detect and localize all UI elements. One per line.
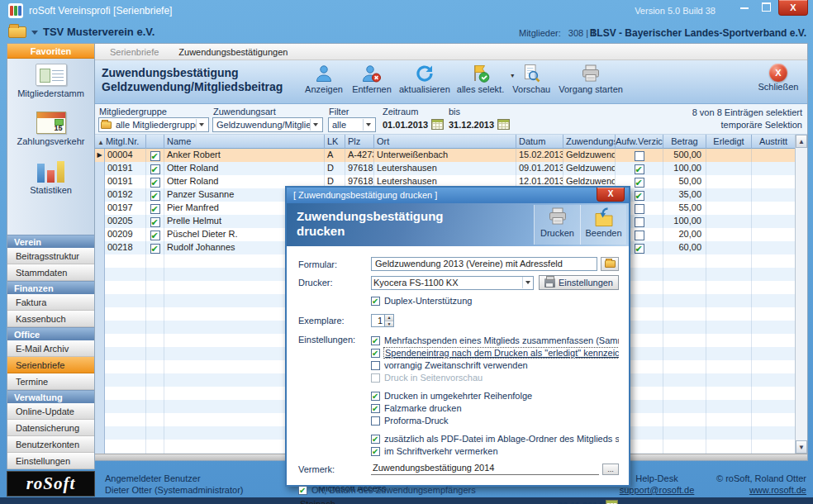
column-header-checkbox[interactable] xyxy=(146,135,164,149)
ort-datum-option[interactable]: Ort, Datum des Zuwendungsempfängers xyxy=(298,484,476,496)
column-header-plz[interactable]: Plz xyxy=(345,135,374,149)
schliessen-button[interactable]: X Schließen xyxy=(749,60,807,103)
sidebar-item-online-update[interactable]: Online-Update xyxy=(7,403,94,420)
dialog-titlebar[interactable]: [ Zuwendungsbestätigung drucken ] xyxy=(287,188,629,203)
aufw-verzicht-checkbox[interactable] xyxy=(635,244,644,254)
column-header-aufw-verzicht[interactable]: Aufw.Verzicht xyxy=(616,135,663,149)
toolbar-button-aktualisieren[interactable]: aktualisieren xyxy=(396,64,454,94)
ort-input[interactable]: Steinach xyxy=(298,499,540,504)
dialog-option-3[interactable]: Druck in Seitenvorschau xyxy=(371,372,619,383)
tab-serienbriefe[interactable]: Serienbriefe xyxy=(102,47,167,57)
cell-plz: 97618 xyxy=(345,162,374,175)
dialog-close-button[interactable]: X xyxy=(597,188,625,202)
beenden-button[interactable]: Beenden xyxy=(580,205,626,245)
mitgliedergruppe-select[interactable]: alle Mitgliedergruppen xyxy=(98,117,209,132)
dialog-option-4[interactable]: Drucken in umgekehrter Reihenfolge xyxy=(371,390,619,402)
tab-zuwendungsbest-tigungen[interactable]: Zuwendungsbestätigungen xyxy=(170,47,296,57)
aufw-verzicht-checkbox[interactable] xyxy=(635,151,644,161)
calendar-icon[interactable] xyxy=(606,500,618,504)
row-select-checkbox[interactable] xyxy=(150,204,160,214)
aufw-verzicht-checkbox[interactable] xyxy=(635,164,644,174)
dialog-option-1[interactable]: Spendeneintrag nach dem Drucken als "erl… xyxy=(371,347,619,359)
cell-betrag xyxy=(663,440,706,453)
close-window-button[interactable]: X xyxy=(778,0,808,16)
website-link[interactable]: www.rosoft.de xyxy=(716,484,806,496)
vermerk-label: Vermerk: xyxy=(298,464,371,474)
vermerk-input[interactable]: Zuwendungsbestätigung 2014 xyxy=(371,463,599,475)
org-folder-icon[interactable] xyxy=(8,26,26,38)
aufw-verzicht-checkbox[interactable] xyxy=(635,217,644,227)
toolbar-button-entfernen[interactable]: Entfernen xyxy=(348,64,396,94)
minimize-button[interactable] xyxy=(735,0,754,12)
sidebar-item-benutzerkonten[interactable]: Benutzerkonten xyxy=(7,436,94,453)
sidebar-fav-zahlungsverkehr[interactable]: 15Zahlungsverkehr xyxy=(7,107,94,155)
table-row[interactable]: 00191Otter RolandD97618Leutershausen09.0… xyxy=(95,162,795,175)
column-header-erledigt[interactable]: Erledigt xyxy=(706,135,752,149)
checkbox-icon xyxy=(371,336,380,345)
filter-select[interactable]: alle xyxy=(328,117,376,132)
sidebar-item-datensicherung[interactable]: Datensicherung xyxy=(7,420,94,436)
dialog-option-5[interactable]: Falzmarke drucken xyxy=(371,402,619,414)
column-header-mitgl-nr[interactable]: ▲Mitgl.Nr. xyxy=(95,135,146,149)
aufw-verzicht-checkbox[interactable] xyxy=(635,191,644,201)
duplex-option[interactable]: Duplex-Unterstützung xyxy=(371,295,472,307)
scroll-down-icon[interactable]: ▼ xyxy=(796,440,807,454)
scroll-up-icon[interactable]: ▲ xyxy=(796,135,807,148)
column-header-lk[interactable]: LK xyxy=(325,135,345,149)
sidebar-item-kassenbuch[interactable]: Kassenbuch xyxy=(7,311,94,327)
bis-field[interactable]: 31.12.2013 xyxy=(449,119,510,130)
column-header-name[interactable]: Name xyxy=(164,135,325,149)
aufw-verzicht-checkbox[interactable] xyxy=(635,204,644,214)
row-select-checkbox[interactable] xyxy=(150,191,160,201)
calendar-icon: 15 xyxy=(36,112,66,134)
sidebar-item-serienbriefe[interactable]: Serienbriefe xyxy=(7,357,94,373)
sidebar-item-faktura[interactable]: Faktura xyxy=(7,294,94,311)
drucker-select[interactable]: Kyocera FS-1100 KX xyxy=(371,276,534,290)
datum-field[interactable]: 30.11.2014 xyxy=(558,501,602,504)
toolbar-button-vorschau[interactable]: Vorschau xyxy=(507,64,555,94)
calendar-icon[interactable] xyxy=(497,119,510,130)
sidebar-item-beitragsstruktur[interactable]: Beitragsstruktur xyxy=(7,248,94,264)
sidebar-fav-statistiken[interactable]: Statistiken xyxy=(7,155,94,202)
toolbar-button-alles-selekt[interactable]: alles selekt.▾ xyxy=(454,64,507,94)
row-select-checkbox[interactable] xyxy=(150,164,160,174)
row-select-checkbox[interactable] xyxy=(150,244,160,254)
zeitraum-field[interactable]: 01.01.2013 xyxy=(383,119,444,130)
row-select-checkbox[interactable] xyxy=(150,178,160,188)
drucken-button[interactable]: Drucken xyxy=(534,205,580,245)
dialog-option-8[interactable]: im Schriftverkehr vermerken xyxy=(371,445,619,457)
toolbar-button-vorgang-starten[interactable]: Vorgang starten xyxy=(555,64,626,94)
exemplare-stepper[interactable]: 1 ▲▼ xyxy=(371,314,394,327)
column-header-austritt[interactable]: Austritt xyxy=(752,135,796,149)
table-row[interactable]: ▶00004Anker RobertAA-4273Unterweißenbach… xyxy=(95,149,795,162)
dialog-option-6[interactable]: Proforma-Druck xyxy=(371,415,619,426)
zuwendungsart-select[interactable]: Geldzuwendung/Mitgliedsbeitrag xyxy=(212,117,323,132)
drucker-einstellungen-button[interactable]: Einstellungen xyxy=(539,275,619,290)
sidebar-item-e-mail-archiv[interactable]: E-Mail Archiv xyxy=(7,340,94,357)
sidebar-item-termine[interactable]: Termine xyxy=(7,373,94,390)
vermerk-browse-button[interactable]: ... xyxy=(602,464,619,475)
dialog-option-7[interactable]: zusätzlich als PDF-Datei im Ablage-Ordne… xyxy=(371,433,619,445)
toolbar-button-anzeigen[interactable]: Anzeigen xyxy=(300,64,348,94)
dialog-option-0[interactable]: Mehrfachspenden eines Mitglieds zusammen… xyxy=(371,335,619,346)
column-header-zuwendungsart[interactable]: Zuwendungsart xyxy=(563,135,616,149)
aufw-verzicht-checkbox[interactable] xyxy=(635,178,644,188)
sidebar-item-einstellungen[interactable]: Einstellungen xyxy=(7,453,94,469)
row-select-checkbox[interactable] xyxy=(150,151,160,161)
vertical-scrollbar[interactable]: ▲ ▼ xyxy=(795,135,807,454)
formular-input[interactable]: Geldzuwendung 2013 (Vereine) mit Adressf… xyxy=(371,257,597,271)
org-dropdown-caret-icon[interactable] xyxy=(31,31,38,35)
dialog-option-2[interactable]: vorrangig Zweitanschrift verwenden xyxy=(371,359,619,371)
maximize-button[interactable] xyxy=(758,0,774,12)
calendar-icon[interactable] xyxy=(431,119,444,130)
spin-down-icon[interactable]: ▼ xyxy=(385,321,393,327)
sidebar-fav-mitgliederstamm[interactable]: Mitgliederstamm xyxy=(7,59,94,107)
sidebar-item-stammdaten[interactable]: Stammdaten xyxy=(7,264,94,281)
aufw-verzicht-checkbox[interactable] xyxy=(635,231,644,240)
column-header-ort[interactable]: Ort xyxy=(374,135,516,149)
column-header-datum[interactable]: Datum xyxy=(516,135,563,149)
column-header-betrag[interactable]: Betrag xyxy=(663,135,706,149)
row-select-checkbox[interactable] xyxy=(150,231,160,240)
row-select-checkbox[interactable] xyxy=(150,217,160,227)
formular-browse-button[interactable] xyxy=(601,257,619,271)
